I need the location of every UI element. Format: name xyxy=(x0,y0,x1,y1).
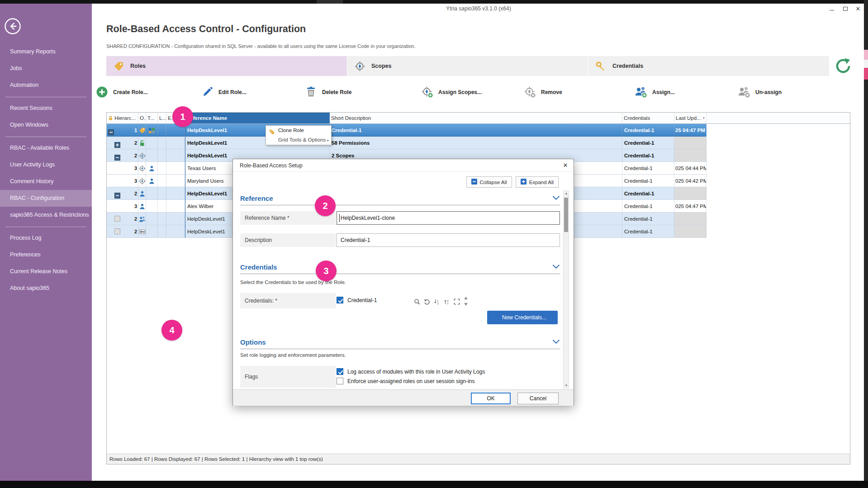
sidebar-item-summary-reports[interactable]: Summary Reports xyxy=(0,43,92,60)
background-window-sliver xyxy=(864,50,868,60)
scroll-down-icon[interactable]: ▼ xyxy=(564,384,568,388)
row-checkbox[interactable] xyxy=(114,216,120,222)
section-credentials-header[interactable]: Credentials xyxy=(240,263,560,271)
assign-scopes--button[interactable]: Assign Scopes... xyxy=(421,86,482,98)
page-title: Role-Based Access Control - Configuratio… xyxy=(106,24,306,35)
section-reference: Reference xyxy=(240,194,560,205)
sidebar-item-jobs[interactable]: Jobs xyxy=(0,60,92,77)
sidebar-item-recent-sessions[interactable]: Recent Sessions xyxy=(0,100,92,117)
sort-alpha-icon[interactable]: az xyxy=(444,297,450,305)
sidebar-item-about-sapio365[interactable]: About sapio365 xyxy=(0,280,92,297)
column-header-o-[interactable]: O... xyxy=(138,113,146,123)
delete-role-button[interactable]: Delete Role xyxy=(305,86,351,98)
credential-option-label: Credential-1 xyxy=(347,297,377,303)
desktop-top-strip xyxy=(0,0,868,4)
tab-credentials[interactable]: Credentials xyxy=(588,56,829,76)
section-options-title: Options xyxy=(240,338,266,346)
scrollbar-thumb[interactable] xyxy=(564,198,568,232)
dialog-title: Role-Based Access Setup xyxy=(240,162,303,169)
minimize-icon[interactable] xyxy=(828,5,836,12)
scroll-up-icon[interactable]: ▲ xyxy=(564,191,568,195)
collapse-all-button[interactable]: Collapse All xyxy=(466,176,512,188)
column-header-t-[interactable]: T... xyxy=(146,113,158,123)
chevron-down-icon[interactable] xyxy=(552,194,560,202)
flag-checkbox[interactable] xyxy=(337,368,343,375)
flag-checkbox[interactable] xyxy=(337,378,343,384)
column-header-last-upd-[interactable]: Last Upd...▾ xyxy=(674,113,707,123)
hierarchy-level: 2 xyxy=(134,187,137,200)
search-icon[interactable] xyxy=(414,297,420,305)
menu-item-grid-tools-options[interactable]: Grid Tools & Options▸ xyxy=(266,135,331,145)
column-header-credentials[interactable]: Credentials xyxy=(622,113,674,123)
expand-icon[interactable] xyxy=(114,140,120,146)
back-button[interactable] xyxy=(4,17,22,35)
section-options-header[interactable]: Options xyxy=(240,338,560,346)
toolbar-label: Assign Scopes... xyxy=(438,89,482,95)
sidebar-item-process-log[interactable]: Process Log xyxy=(0,230,92,246)
reference-name-input[interactable] xyxy=(337,211,560,225)
sidebar-item-preferences[interactable]: Preferences xyxy=(0,246,92,263)
spinner-up-down-icon[interactable] xyxy=(464,296,468,306)
flag-label: Log access of modules with this role in … xyxy=(347,369,485,375)
sidebar-item-rbac-configuration[interactable]: RBAC - Configuration xyxy=(0,190,92,207)
cancel-button[interactable]: Cancel xyxy=(517,393,559,404)
edit-role--button[interactable]: Edit Role... xyxy=(201,86,247,98)
annotation-badge-1: 1 xyxy=(172,106,193,127)
expand-brackets-icon[interactable] xyxy=(454,297,460,305)
ok-button[interactable]: OK xyxy=(471,393,511,404)
scope-icon xyxy=(139,175,146,187)
dialog-scrollbar[interactable]: ▲ ▼ xyxy=(563,190,569,389)
collapse-icon[interactable] xyxy=(114,152,120,158)
collapse-icon[interactable] xyxy=(114,190,120,196)
un-assign-button[interactable]: Un-assign xyxy=(738,86,782,98)
table-row[interactable]: 2HelpDeskLevel158 PermissionsCredential-… xyxy=(107,137,850,149)
cell-last-updated xyxy=(674,149,707,162)
page-subtitle: SHARED CONFIGURATION - Configuration sha… xyxy=(106,43,416,49)
chevron-down-icon[interactable] xyxy=(552,263,560,271)
sort-num-icon[interactable]: 12 xyxy=(434,297,440,305)
collapse-icon[interactable] xyxy=(108,127,114,133)
tag-icon xyxy=(139,124,146,137)
sidebar-item-current-release-notes[interactable]: Current Release Notes xyxy=(0,263,92,280)
flag-row: Log access of modules with this role in … xyxy=(337,368,485,375)
column-header-hierarc-[interactable]: Hierarc... xyxy=(107,113,138,123)
undo-icon[interactable] xyxy=(424,297,430,305)
table-row[interactable]: 1HelpDeskLevel1Credential-1Credential-12… xyxy=(107,124,850,137)
sidebar-item-automation[interactable]: Automation xyxy=(0,77,92,94)
cell-credentials: Credential-1 xyxy=(622,175,674,187)
close-icon[interactable]: ✕ xyxy=(854,5,862,12)
toolbar: Create Role...Edit Role...Delete RoleAss… xyxy=(92,86,864,104)
cell-last-updated xyxy=(674,225,707,238)
svg-text:z: z xyxy=(447,302,448,305)
new-credentials-button[interactable]: New Credentials... xyxy=(487,311,558,324)
sidebar-item-open-windows[interactable]: Open Windows xyxy=(0,117,92,133)
row-checkbox[interactable] xyxy=(114,228,120,234)
section-reference-header[interactable]: Reference xyxy=(240,194,560,202)
sidebar-item-sapio365-access-restrictions[interactable]: sapio365 Access & Restrictions xyxy=(0,207,92,223)
person-icon xyxy=(148,175,155,187)
dialog-close-icon[interactable]: ✕ xyxy=(561,161,569,170)
assign--button[interactable]: Assign... xyxy=(635,86,675,98)
create-role--button[interactable]: Create Role... xyxy=(96,86,148,98)
cell-last-updated xyxy=(674,187,707,200)
sidebar-item-user-activity-logs[interactable]: User Activity Logs xyxy=(0,156,92,173)
refresh-icon[interactable] xyxy=(835,57,852,75)
sidebar-nav: Summary ReportsJobsAutomationRecent Sess… xyxy=(0,43,92,297)
credential-checkbox[interactable] xyxy=(337,297,343,303)
tab-scopes[interactable]: Scopes xyxy=(347,56,588,76)
description-input[interactable] xyxy=(337,233,560,247)
expand-all-button[interactable]: Expand All xyxy=(516,176,559,188)
tab-roles[interactable]: Roles xyxy=(106,56,347,76)
maximize-icon[interactable] xyxy=(841,5,849,12)
chevron-down-icon[interactable] xyxy=(552,338,560,346)
sidebar-item-rbac-available-roles[interactable]: RBAC - Available Roles xyxy=(0,140,92,156)
context-menu: Clone RoleGrid Tools & Options▸ xyxy=(266,125,332,145)
column-header-short-description[interactable]: Short Description xyxy=(330,113,622,123)
remove-button[interactable]: Remove xyxy=(524,86,562,98)
column-header-reference-name[interactable]: Reference Name xyxy=(185,113,330,123)
desktop-right-strip xyxy=(864,0,868,488)
menu-item-clone-role[interactable]: Clone Role xyxy=(266,126,331,135)
sidebar-item-comment-history[interactable]: Comment History xyxy=(0,173,92,190)
cell-last-updated: 25 04:47 PM xyxy=(674,124,707,137)
column-header-l-[interactable]: L... xyxy=(158,113,166,123)
